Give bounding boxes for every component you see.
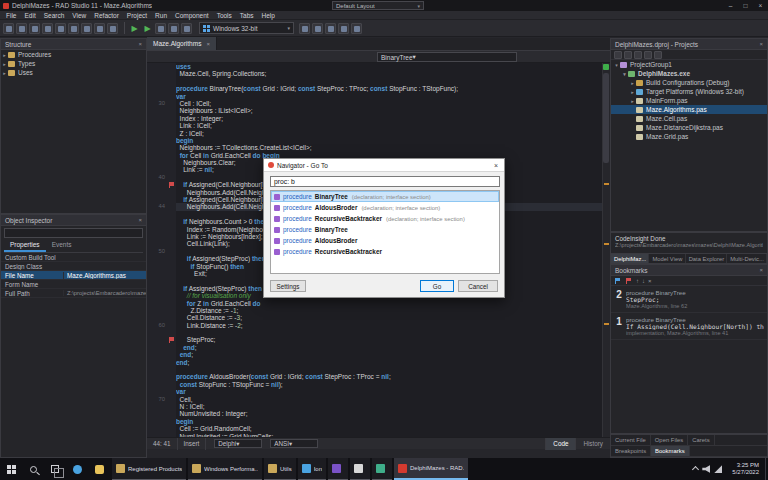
code-line[interactable]: Index : Integer; <box>147 115 610 122</box>
run-without-debugging-icon[interactable]: ▶ <box>142 23 153 34</box>
code-line[interactable]: uses <box>147 63 610 70</box>
clock[interactable]: 3:25 PM 5/27/2022 <box>732 462 759 476</box>
taskbar-button-app3[interactable] <box>350 458 370 480</box>
ide-options-icon[interactable] <box>325 23 336 34</box>
expand-icon[interactable]: ▸ <box>629 80 636 86</box>
close-icon[interactable]: × <box>138 217 142 223</box>
settings-button[interactable]: Settings <box>270 280 306 292</box>
code-line[interactable]: Link : ICell; <box>147 122 610 129</box>
code-line[interactable]: Z.Distance := -1; <box>147 307 610 314</box>
getit-icon[interactable] <box>338 23 349 34</box>
close-tab-icon[interactable]: × <box>206 41 210 47</box>
remove-item-icon[interactable] <box>624 51 632 59</box>
scrollbar-thumb[interactable] <box>603 73 609 163</box>
bookmark-entry[interactable]: 1procedure BinaryTreeIf Assigned(Cell.Ne… <box>611 313 767 340</box>
project-tree-item[interactable]: Maze.Grid.pas <box>611 132 767 141</box>
refresh-icon[interactable] <box>299 23 310 34</box>
project-tree-item[interactable]: ▸Target Platforms (Windows 32-bit) <box>611 87 767 96</box>
go-button[interactable]: Go <box>420 280 454 292</box>
expand-icon[interactable]: ▸ <box>1 61 8 67</box>
menu-run[interactable]: Run <box>151 11 171 20</box>
new-item-icon[interactable] <box>614 51 622 59</box>
save-all-icon[interactable] <box>68 23 79 34</box>
desktop-layout-combo[interactable]: Default Layout ▾ <box>332 1 424 10</box>
code-line[interactable]: NumUnvisited : Integer; <box>147 410 610 417</box>
start-button[interactable] <box>0 458 22 480</box>
property-row[interactable]: Full PathZ:\projects\Embarcadero\mazes\m… <box>1 289 146 298</box>
property-row[interactable]: Design Class <box>1 262 146 271</box>
project-tree-item[interactable]: ▾DelphiMazes.exe <box>611 69 767 78</box>
expand-icon[interactable]: ▾ <box>621 71 628 77</box>
dock-tab-breakpoints[interactable]: Breakpoints <box>611 446 651 456</box>
taskbar-button-app4[interactable] <box>372 458 392 480</box>
menu-refactor[interactable]: Refactor <box>90 11 123 20</box>
code-line[interactable]: procedure BinaryTree(const Grid : IGrid;… <box>147 85 610 92</box>
inspector-tab-properties[interactable]: Properties <box>4 240 46 252</box>
menu-edit[interactable]: Edit <box>20 11 39 20</box>
menu-help[interactable]: Help <box>258 11 279 20</box>
next-bookmark-icon[interactable]: ↓ <box>642 278 645 284</box>
property-row[interactable]: Form Name <box>1 280 146 289</box>
task-view-button[interactable] <box>44 458 66 480</box>
taskbar-button-delphimazesrad[interactable]: DelphiMazes - RAD... <box>394 458 468 480</box>
layout-save-icon[interactable] <box>351 23 362 34</box>
dialog-close-button[interactable]: × <box>492 162 500 169</box>
code-line[interactable]: for Z in Grid.EachCell do <box>147 300 610 307</box>
method-navigation-combo[interactable]: BinaryTree ▾ <box>377 52 517 62</box>
dock-tab-modelview[interactable]: Model View <box>649 254 685 263</box>
structure-item-types[interactable]: ▸Types <box>1 59 146 68</box>
new-items-icon[interactable] <box>3 23 14 34</box>
trace-into-icon[interactable] <box>168 23 179 34</box>
code-line[interactable]: begin <box>147 418 610 425</box>
view-tab-code[interactable]: Code <box>545 438 575 450</box>
navigator-search-input[interactable]: proc: b <box>270 176 500 187</box>
dock-tab-carets[interactable]: Carets <box>688 435 714 445</box>
taskbar-button-windowsperforma[interactable]: Windows Performa... <box>188 458 262 480</box>
code-line[interactable] <box>147 329 610 336</box>
add-bookmark-icon[interactable] <box>614 277 622 285</box>
tray-expand-icon[interactable] <box>692 465 699 472</box>
code-line[interactable]: procedure AldousBroder(const Grid : IGri… <box>147 373 610 380</box>
previous-bookmark-icon[interactable]: ↑ <box>636 278 639 284</box>
menu-tabs[interactable]: Tabs <box>236 11 258 20</box>
code-line[interactable]: Neighbours := TCollections.CreateList<IC… <box>147 144 610 151</box>
navigator-result[interactable]: procedureAldousBroder(declaration; inter… <box>271 202 499 213</box>
step-over-icon[interactable] <box>181 23 192 34</box>
dock-tab-bookmarks[interactable]: Bookmarks <box>651 446 689 456</box>
menu-search[interactable]: Search <box>40 11 69 20</box>
code-line[interactable]: Maze.Cell, Spring.Collections; <box>147 70 610 77</box>
close-icon[interactable] <box>81 23 92 34</box>
property-row[interactable]: File NameMaze.Algorithms.pas <box>1 271 146 280</box>
close-all-icon[interactable] <box>94 23 105 34</box>
network-icon[interactable] <box>714 465 722 473</box>
language-combo[interactable]: Delphi▾ <box>214 439 262 448</box>
taskbar-button-utils[interactable]: Utils <box>264 458 296 480</box>
editor-scrollbar[interactable] <box>602 63 610 437</box>
dock-tab-open-files[interactable]: Open Files <box>651 435 688 445</box>
inspector-tab-events[interactable]: Events <box>46 240 78 252</box>
code-line[interactable]: N : ICell; <box>147 403 610 410</box>
maximize-button[interactable]: □ <box>738 0 753 11</box>
code-line[interactable]: 70 Cell, <box>147 396 610 403</box>
code-line[interactable]: begin <box>147 137 610 144</box>
menu-view[interactable]: View <box>68 11 90 20</box>
run-icon[interactable]: ▶ <box>129 23 140 34</box>
bookmark-flag-icon[interactable] <box>169 337 174 341</box>
install-packages-icon[interactable] <box>312 23 323 34</box>
project-tree-item[interactable]: Maze.Cell.pas <box>611 114 767 123</box>
navigator-result[interactable]: procedureAldousBroder <box>271 235 499 246</box>
encoding-combo[interactable]: ANSI▾ <box>270 439 318 448</box>
code-line[interactable]: Neighbours : IList<ICell>; <box>147 107 610 114</box>
bookmark-entry[interactable]: 2procedure BinaryTreeStepProc;Maze.Algor… <box>611 286 767 313</box>
menu-file[interactable]: File <box>2 11 20 20</box>
help-insight-icon[interactable] <box>107 23 118 34</box>
code-line[interactable]: end; <box>147 351 610 358</box>
editor-tab-maze-algorithms[interactable]: Maze.Algorithms × <box>147 37 217 50</box>
code-line[interactable]: StepProc; <box>147 336 610 343</box>
activate-icon[interactable] <box>634 51 642 59</box>
refresh-icon[interactable] <box>654 51 662 59</box>
component-selector-combo[interactable] <box>4 228 143 238</box>
code-line[interactable]: var <box>147 388 610 395</box>
expand-icon[interactable]: ▸ <box>629 98 636 104</box>
code-line[interactable]: 30 Cell : ICell; <box>147 100 610 107</box>
